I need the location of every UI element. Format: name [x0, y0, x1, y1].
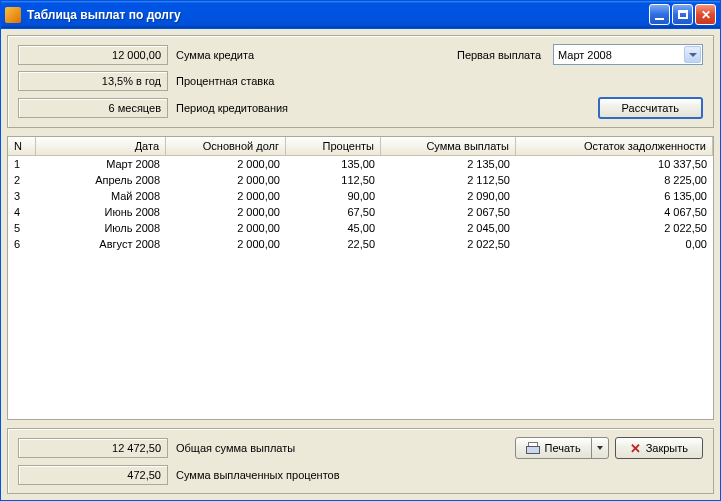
- col-n[interactable]: N: [8, 137, 36, 156]
- window-title: Таблица выплат по долгу: [27, 8, 647, 22]
- cell-principal: 2 000,00: [166, 204, 286, 220]
- app-icon: [5, 7, 21, 23]
- rate-label: Процентная ставка: [174, 75, 374, 87]
- print-button-label: Печать: [545, 442, 581, 454]
- first-payment-value: Март 2008: [558, 49, 612, 61]
- total-payment-field: 12 472,50: [18, 438, 168, 458]
- total-interest-label: Сумма выплаченных процентов: [174, 469, 404, 481]
- col-principal[interactable]: Основной долг: [166, 137, 286, 156]
- close-icon: ✕: [630, 442, 641, 455]
- close-button[interactable]: ✕ Закрыть: [615, 437, 703, 459]
- cell-n: 4: [8, 204, 36, 220]
- cell-balance: 0,00: [516, 236, 713, 252]
- cell-balance: 10 337,50: [516, 156, 713, 172]
- print-dropdown[interactable]: [592, 438, 608, 458]
- cell-payment: 2 067,50: [381, 204, 516, 220]
- cell-interest: 45,00: [286, 220, 381, 236]
- total-interest-field: 472,50: [18, 465, 168, 485]
- cell-payment: 2 090,00: [381, 188, 516, 204]
- cell-n: 3: [8, 188, 36, 204]
- cell-payment: 2 135,00: [381, 156, 516, 172]
- cell-interest: 67,50: [286, 204, 381, 220]
- cell-n: 2: [8, 172, 36, 188]
- first-payment-label: Первая выплата: [380, 49, 547, 61]
- cell-n: 5: [8, 220, 36, 236]
- cell-principal: 2 000,00: [166, 236, 286, 252]
- table-row[interactable]: 2Апрель 20082 000,00112,502 112,508 225,…: [8, 172, 713, 188]
- cell-n: 1: [8, 156, 36, 172]
- cell-interest: 90,00: [286, 188, 381, 204]
- col-balance[interactable]: Остаток задолженности: [516, 137, 713, 156]
- cell-date: Август 2008: [36, 236, 166, 252]
- cell-payment: 2 022,50: [381, 236, 516, 252]
- first-payment-combo[interactable]: Март 2008: [553, 44, 703, 65]
- cell-date: Июль 2008: [36, 220, 166, 236]
- cell-principal: 2 000,00: [166, 156, 286, 172]
- cell-interest: 135,00: [286, 156, 381, 172]
- cell-date: Май 2008: [36, 188, 166, 204]
- cell-principal: 2 000,00: [166, 188, 286, 204]
- cell-payment: 2 112,50: [381, 172, 516, 188]
- cell-interest: 112,50: [286, 172, 381, 188]
- table-row[interactable]: 4Июнь 20082 000,0067,502 067,504 067,50: [8, 204, 713, 220]
- window: Таблица выплат по долгу ✕ 12 000,00 Сумм…: [0, 0, 721, 501]
- calculate-button[interactable]: Рассчитать: [598, 97, 703, 119]
- credit-sum-field: 12 000,00: [18, 45, 168, 65]
- table-header: N Дата Основной долг Проценты Сумма выпл…: [8, 137, 713, 156]
- parameters-panel: 12 000,00 Сумма кредита Первая выплата М…: [7, 35, 714, 128]
- col-interest[interactable]: Проценты: [286, 137, 381, 156]
- total-payment-label: Общая сумма выплаты: [174, 442, 404, 454]
- table-row[interactable]: 1Март 20082 000,00135,002 135,0010 337,5…: [8, 156, 713, 172]
- cell-balance: 8 225,00: [516, 172, 713, 188]
- minimize-button[interactable]: [649, 4, 670, 25]
- credit-sum-label: Сумма кредита: [174, 49, 374, 61]
- cell-principal: 2 000,00: [166, 220, 286, 236]
- table-body[interactable]: 1Март 20082 000,00135,002 135,0010 337,5…: [8, 156, 713, 419]
- table-row[interactable]: 3Май 20082 000,0090,002 090,006 135,00: [8, 188, 713, 204]
- col-date[interactable]: Дата: [36, 137, 166, 156]
- cell-principal: 2 000,00: [166, 172, 286, 188]
- cell-n: 6: [8, 236, 36, 252]
- close-button-label: Закрыть: [646, 442, 688, 454]
- summary-panel: 12 472,50 Общая сумма выплаты Печать ✕ З…: [7, 428, 714, 494]
- titlebar: Таблица выплат по долгу ✕: [1, 1, 720, 29]
- maximize-button[interactable]: [672, 4, 693, 25]
- period-label: Период кредитования: [174, 102, 374, 114]
- cell-date: Март 2008: [36, 156, 166, 172]
- table-row[interactable]: 5Июль 20082 000,0045,002 045,002 022,50: [8, 220, 713, 236]
- window-close-button[interactable]: ✕: [695, 4, 716, 25]
- rate-field: 13,5% в год: [18, 71, 168, 91]
- chevron-down-icon: [684, 46, 701, 63]
- cell-payment: 2 045,00: [381, 220, 516, 236]
- cell-balance: 2 022,50: [516, 220, 713, 236]
- calculate-button-label: Рассчитать: [622, 102, 679, 114]
- table-row[interactable]: 6Август 20082 000,0022,502 022,500,00: [8, 236, 713, 252]
- cell-date: Июнь 2008: [36, 204, 166, 220]
- print-button[interactable]: Печать: [515, 437, 609, 459]
- period-field: 6 месяцев: [18, 98, 168, 118]
- cell-balance: 4 067,50: [516, 204, 713, 220]
- col-payment[interactable]: Сумма выплаты: [381, 137, 516, 156]
- printer-icon: [526, 442, 540, 454]
- cell-date: Апрель 2008: [36, 172, 166, 188]
- payments-table: N Дата Основной долг Проценты Сумма выпл…: [7, 136, 714, 420]
- cell-balance: 6 135,00: [516, 188, 713, 204]
- cell-interest: 22,50: [286, 236, 381, 252]
